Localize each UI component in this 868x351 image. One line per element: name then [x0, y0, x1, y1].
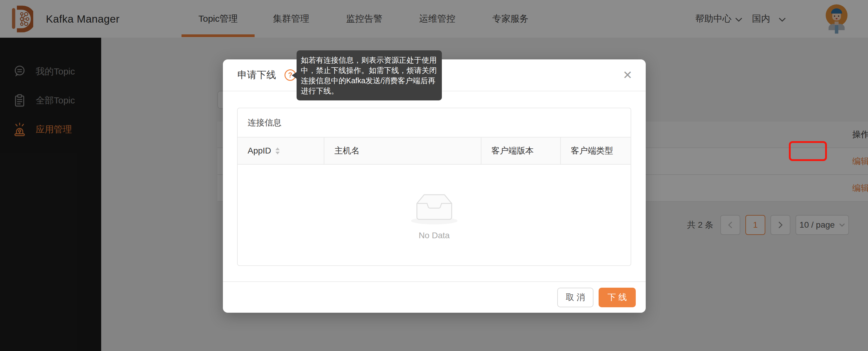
- close-icon[interactable]: ✕: [620, 67, 636, 83]
- no-data-label: No Data: [418, 231, 450, 240]
- modal-footer: 取 消 下 线: [223, 281, 646, 313]
- cancel-button[interactable]: 取 消: [557, 288, 593, 307]
- panel-title-row: 连接信息: [238, 108, 630, 138]
- client-type-column-header: 客户端类型: [571, 145, 613, 156]
- offline-confirm-button[interactable]: 下 线: [598, 288, 636, 307]
- sort-carets-icon[interactable]: [275, 147, 280, 154]
- tooltip-text: 如若有连接信息，则表示资源正处于使用中，禁止下线操作。如需下线，烦请关闭连接信息…: [301, 56, 437, 95]
- panel-title: 连接信息: [248, 117, 281, 129]
- kafka-manager-screen: 我的Topic 全部Topic 应用管理: [0, 0, 868, 351]
- connection-info-panel: 连接信息 AppID 主机名 客户端版本 客户端类型: [237, 108, 631, 266]
- hostname-column-header: 主机名: [334, 145, 360, 156]
- modal-title: 申请下线: [238, 68, 276, 82]
- offline-help-tooltip: 如若有连接信息，则表示资源正处于使用中，禁止下线操作。如需下线，烦请关闭连接信息…: [297, 50, 442, 100]
- tooltip-arrow: [292, 72, 297, 79]
- connection-table-header: AppID 主机名 客户端版本 客户端类型: [238, 138, 630, 165]
- appid-column-header[interactable]: AppID: [248, 146, 271, 155]
- highlight-annotation-box: [789, 141, 827, 161]
- empty-box-icon: [405, 190, 463, 226]
- empty-state: No Data: [238, 165, 630, 266]
- client-version-column-header: 客户端版本: [491, 145, 534, 156]
